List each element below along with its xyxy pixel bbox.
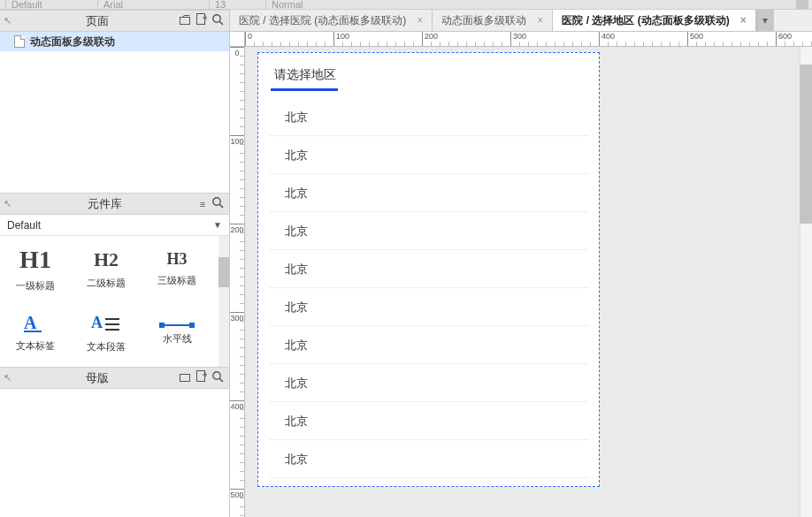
search-icon[interactable] [210, 370, 226, 385]
menu-icon[interactable]: ≡ [194, 199, 210, 209]
widget-label: 文本段落 [87, 340, 126, 354]
widget-label: 水平线 [163, 332, 192, 346]
label-swatch-icon: A [22, 316, 49, 334]
region-item[interactable]: 北京 [269, 440, 588, 478]
svg-point-6 [213, 198, 220, 205]
svg-line-13 [219, 378, 223, 382]
format-seg-size[interactable]: 13 [209, 0, 253, 10]
widget-h3[interactable]: H3三级标题 [142, 236, 212, 301]
region-item[interactable]: 北京 [269, 326, 588, 364]
ruler-tick: 100 [230, 135, 244, 146]
heading-swatch-icon: H1 [19, 246, 51, 274]
widget-paragraph[interactable]: A文本段落 [71, 301, 142, 367]
ruler-tick: 200 [230, 224, 244, 234]
heading-swatch-icon: H3 [166, 250, 187, 269]
svg-point-12 [213, 372, 220, 379]
chevron-down-icon: ▼ [213, 220, 222, 230]
library-dropdown-value: Default [7, 219, 41, 232]
svg-line-7 [219, 204, 223, 208]
page-item-label: 动态面板多级联动 [30, 34, 115, 49]
add-page-icon[interactable] [194, 13, 210, 28]
ruler-tick: 600 [776, 32, 792, 46]
format-seg-font[interactable]: Arial [97, 0, 195, 10]
ruler-tick: 400 [599, 32, 615, 46]
pages-panel-title: 页面 [16, 13, 178, 29]
panel-title-underline [271, 88, 338, 91]
pages-tree[interactable]: 动态面板多级联动 [0, 32, 229, 193]
page-item[interactable]: 动态面板多级联动 [0, 32, 229, 51]
widget-label: 二级标题 [87, 277, 126, 290]
svg-rect-1 [197, 14, 205, 25]
library-dropdown[interactable]: Default ▼ [0, 215, 229, 236]
region-item[interactable]: 北京 [269, 136, 588, 174]
add-master-icon[interactable] [194, 370, 210, 385]
document-tab[interactable]: 医院 / 选择医院 (动态面板多级联动)× [230, 10, 433, 31]
document-tab[interactable]: 医院 / 选择地区 (动态面板多级联动)× [553, 10, 755, 31]
widget-label: 三级标题 [157, 274, 196, 287]
svg-rect-9 [197, 371, 205, 382]
tab-label: 医院 / 选择地区 (动态面板多级联动) [562, 13, 729, 28]
ruler-tick: 0 [230, 47, 244, 57]
widget-h1[interactable]: H1一级标题 [0, 236, 71, 301]
scrollbar-track[interactable] [218, 236, 229, 367]
region-item[interactable]: 北京 [269, 174, 588, 212]
pages-panel-header: ↖ 页面 [0, 10, 229, 32]
widget-label[interactable]: A文本标签 [0, 301, 71, 367]
document-tab[interactable]: 动态面板多级联动× [433, 10, 553, 31]
add-folder-icon[interactable] [178, 371, 194, 385]
pin-icon[interactable]: ↖ [4, 198, 16, 209]
svg-rect-8 [180, 374, 190, 381]
ruler-tick: 100 [333, 32, 349, 46]
svg-rect-0 [180, 17, 190, 24]
masters-panel-title: 母版 [16, 370, 178, 386]
panel-title: 请选择地区 [274, 67, 599, 83]
dynamic-panel-selection[interactable]: 请选择地区 北京北京北京北京北京北京北京北京北京北京 [257, 52, 600, 487]
ruler-tick: 400 [230, 400, 244, 411]
close-icon[interactable]: × [537, 14, 543, 27]
widget-label: 一级标题 [16, 279, 55, 293]
region-item[interactable]: 北京 [269, 212, 588, 250]
widget-label: 文本标签 [16, 339, 55, 353]
toolbar-overflow-icon[interactable] [796, 0, 808, 9]
region-item[interactable]: 北京 [269, 364, 588, 402]
ruler-horizontal[interactable]: 0100200300400500600 [245, 32, 812, 47]
widget-grid: H1一级标题H2二级标题H3三级标题A文本标签A文本段落水平线 [0, 236, 229, 367]
document-tabbar: 医院 / 选择医院 (动态面板多级联动)×动态面板多级联动×医院 / 选择地区 … [230, 10, 812, 32]
pin-icon[interactable]: ↖ [4, 15, 16, 27]
svg-point-4 [213, 15, 220, 22]
region-item[interactable]: 北京 [269, 250, 588, 288]
ruler-tick: 300 [510, 32, 526, 46]
library-panel-title: 元件库 [16, 196, 194, 212]
masters-panel-header: ↖ 母版 [0, 367, 229, 389]
format-seg-weight[interactable]: Normal [265, 0, 345, 10]
region-item[interactable]: 北京 [269, 288, 588, 326]
paragraph-swatch-icon: A [91, 316, 121, 335]
ruler-corner [230, 32, 245, 47]
ruler-vertical[interactable]: 0100200300400500 [230, 47, 245, 517]
format-seg-style[interactable]: Default [5, 0, 85, 10]
close-icon[interactable]: × [417, 14, 423, 27]
region-item[interactable]: 北京 [269, 98, 588, 136]
tab-label: 动态面板多级联动 [441, 13, 526, 28]
search-icon[interactable] [210, 196, 226, 211]
canvas[interactable]: 请选择地区 北京北京北京北京北京北京北京北京北京北京 [245, 47, 812, 517]
region-item[interactable]: 北京 [269, 402, 588, 440]
ruler-tick: 200 [422, 32, 438, 46]
scrollbar-thumb[interactable] [800, 65, 812, 224]
ruler-tick: 500 [230, 489, 244, 499]
heading-swatch-icon: H2 [94, 248, 119, 271]
search-icon[interactable] [210, 13, 226, 28]
tab-overflow-icon[interactable]: ▾ [756, 10, 774, 31]
masters-tree[interactable] [0, 389, 229, 517]
close-icon[interactable]: × [740, 14, 747, 27]
pin-icon[interactable]: ↖ [4, 372, 16, 384]
format-toolbar-cutoff: Default Arial 13 Normal [0, 0, 812, 10]
widget-hr[interactable]: 水平线 [142, 301, 212, 367]
svg-line-5 [219, 21, 223, 25]
hr-swatch-icon [159, 323, 195, 327]
ruler-tick: 0 [245, 32, 252, 46]
scrollbar-thumb[interactable] [218, 257, 229, 287]
add-folder-icon[interactable] [178, 14, 194, 28]
region-list: 北京北京北京北京北京北京北京北京北京北京 [269, 98, 588, 478]
widget-h2[interactable]: H2二级标题 [71, 236, 142, 301]
